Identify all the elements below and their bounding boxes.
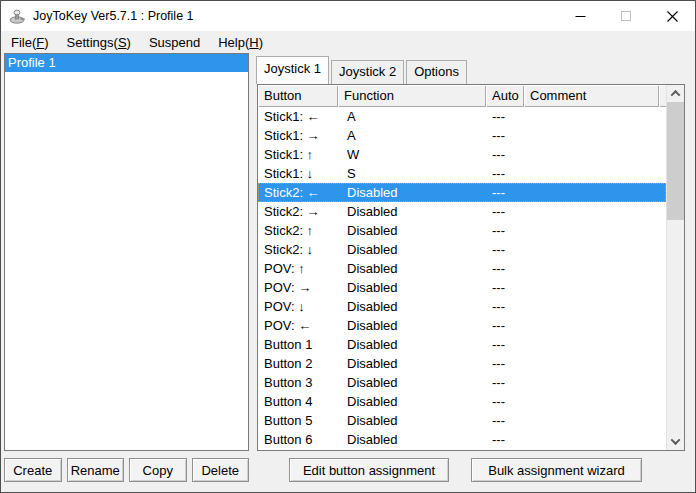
cell-auto: ---: [486, 335, 524, 354]
cell-comment: [524, 202, 659, 221]
cell-function: Disabled: [338, 335, 486, 354]
cell-comment: [524, 316, 659, 335]
profile-action-button[interactable]: Copy: [129, 458, 187, 482]
cell-auto: ---: [486, 145, 524, 164]
cell-function: Disabled: [338, 316, 486, 335]
cell-comment: [524, 259, 659, 278]
cell-button: Stick2: →: [258, 202, 338, 221]
cell-function: Disabled: [338, 202, 486, 221]
table-row[interactable]: POV: → Disabled ---: [258, 278, 666, 297]
cell-comment: [524, 145, 659, 164]
cell-button: Stick2: ↓: [258, 240, 338, 259]
cell-button: Stick1: ←: [258, 107, 338, 126]
cell-auto: ---: [486, 164, 524, 183]
cell-button: Button 6: [258, 430, 338, 449]
tab[interactable]: Joystick 2: [331, 60, 404, 84]
cell-button: Button 5: [258, 411, 338, 430]
vertical-scrollbar[interactable]: [666, 85, 684, 450]
table-row[interactable]: Button 5 Disabled ---: [258, 411, 666, 430]
cell-function: Disabled: [338, 278, 486, 297]
table-row[interactable]: Stick2: ↓ Disabled ---: [258, 240, 666, 259]
cell-comment: [524, 164, 659, 183]
tab[interactable]: Options: [406, 60, 467, 84]
cell-button: Button 3: [258, 373, 338, 392]
cell-comment: [524, 297, 659, 316]
edit-button-assignment-button[interactable]: Edit button assignment: [289, 458, 449, 482]
cell-auto: ---: [486, 297, 524, 316]
cell-function: Disabled: [338, 183, 486, 202]
cell-function: Disabled: [338, 240, 486, 259]
column-header-auto[interactable]: Auto: [486, 85, 524, 107]
cell-comment: [524, 392, 659, 411]
cell-function: W: [338, 145, 486, 164]
menu-item[interactable]: Settings(S): [58, 33, 140, 52]
cell-function: Disabled: [338, 259, 486, 278]
maximize-icon: [621, 11, 631, 21]
cell-comment: [524, 373, 659, 392]
profile-action-button[interactable]: Rename: [67, 458, 125, 482]
cell-auto: ---: [486, 373, 524, 392]
table-header-row: Button Function Auto Comment: [258, 85, 684, 107]
table-row[interactable]: POV: ← Disabled ---: [258, 316, 666, 335]
scrollbar-thumb[interactable]: [667, 102, 684, 220]
minimize-icon: [575, 11, 586, 22]
menu-item[interactable]: Help(H): [209, 33, 272, 52]
caption-buttons: [557, 1, 695, 31]
table-row[interactable]: Stick1: ← A ---: [258, 107, 666, 126]
table-row[interactable]: Button 6 Disabled ---: [258, 430, 666, 449]
cell-function: A: [338, 126, 486, 145]
cell-auto: ---: [486, 183, 524, 202]
scroll-up-button[interactable]: [667, 85, 684, 102]
cell-button: Button 1: [258, 335, 338, 354]
window-title: JoyToKey Ver5.7.1 : Profile 1: [33, 9, 194, 23]
cell-comment: [524, 430, 659, 449]
table-row[interactable]: Stick2: → Disabled ---: [258, 202, 666, 221]
table-row[interactable]: Stick1: ↑ W ---: [258, 145, 666, 164]
maximize-button: [603, 1, 649, 31]
menu-item[interactable]: File(F): [2, 33, 58, 52]
table-row[interactable]: Button 1 Disabled ---: [258, 335, 666, 354]
chevron-down-icon: [671, 435, 681, 445]
cell-comment: [524, 278, 659, 297]
table-row[interactable]: Button 2 Disabled ---: [258, 354, 666, 373]
close-icon: [667, 11, 678, 22]
cell-comment: [524, 183, 659, 202]
cell-comment: [524, 411, 659, 430]
title-bar: JoyToKey Ver5.7.1 : Profile 1: [1, 1, 695, 31]
cell-function: Disabled: [338, 373, 486, 392]
menu-item[interactable]: Suspend: [140, 33, 209, 52]
table-row[interactable]: Button 3 Disabled ---: [258, 373, 666, 392]
table-row[interactable]: Stick1: ↓ S ---: [258, 164, 666, 183]
profile-list-item[interactable]: Profile 1: [5, 54, 248, 72]
column-header-comment[interactable]: Comment: [524, 85, 659, 107]
table-row[interactable]: Stick2: ↑ Disabled ---: [258, 221, 666, 240]
table-row[interactable]: POV: ↓ Disabled ---: [258, 297, 666, 316]
cell-button: Stick2: ←: [258, 183, 338, 202]
cell-comment: [524, 354, 659, 373]
close-button[interactable]: [649, 1, 695, 31]
table-row[interactable]: Stick2: ← Disabled ---: [258, 183, 666, 202]
profile-action-button[interactable]: Delete: [192, 458, 250, 482]
cell-auto: ---: [486, 126, 524, 145]
cell-function: Disabled: [338, 392, 486, 411]
table-row[interactable]: POV: ↑ Disabled ---: [258, 259, 666, 278]
profile-list[interactable]: Profile 1: [4, 53, 249, 451]
cell-function: Disabled: [338, 354, 486, 373]
column-header-button[interactable]: Button: [258, 85, 338, 107]
menu-bar: File(F) Settings(S) Suspend Help(H): [1, 31, 695, 53]
cell-button: Button 2: [258, 354, 338, 373]
scroll-down-button[interactable]: [667, 433, 684, 450]
cell-button: Stick2: ↑: [258, 221, 338, 240]
profile-action-button[interactable]: Create: [4, 458, 62, 482]
cell-function: Disabled: [338, 411, 486, 430]
cell-comment: [524, 240, 659, 259]
cell-auto: ---: [486, 430, 524, 449]
tab[interactable]: Joystick 1: [256, 56, 329, 84]
bulk-assignment-wizard-button[interactable]: Bulk assignment wizard: [471, 458, 642, 482]
minimize-button[interactable]: [557, 1, 603, 31]
table-row[interactable]: Stick1: → A ---: [258, 126, 666, 145]
cell-comment: [524, 107, 659, 126]
table-row[interactable]: Button 4 Disabled ---: [258, 392, 666, 411]
column-header-function[interactable]: Function: [338, 85, 486, 107]
cell-button: Stick1: ↑: [258, 145, 338, 164]
